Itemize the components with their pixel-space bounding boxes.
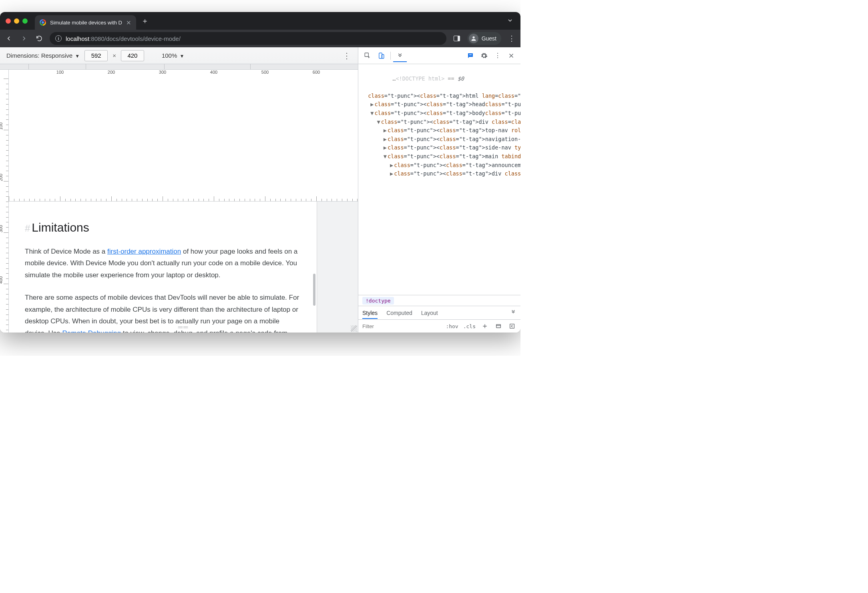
dimensions-dropdown[interactable]: Dimensions: Responsive ▼ bbox=[6, 52, 80, 59]
close-devtools-button[interactable] bbox=[505, 50, 517, 62]
back-button[interactable] bbox=[4, 34, 14, 43]
resize-handle-corner[interactable] bbox=[351, 325, 357, 332]
ruler-v-label: 200 bbox=[0, 174, 3, 181]
horizontal-ruler: 100200300400500600 bbox=[9, 70, 358, 202]
titlebar: Simulate mobile devices with D ✕ ＋ bbox=[0, 12, 520, 30]
url-bar[interactable]: i localhost:8080/docs/devtools/device-mo… bbox=[50, 32, 446, 45]
browser-window: Simulate mobile devices with D ✕ ＋ i loc… bbox=[0, 12, 520, 333]
close-tab-button[interactable]: ✕ bbox=[126, 20, 131, 26]
fullscreen-window-button[interactable] bbox=[22, 18, 28, 24]
dom-line[interactable]: ▶class="t-punc"><class="t-tag">headclass… bbox=[358, 100, 520, 109]
dom-line[interactable]: ▶class="t-punc"><class="t-tag">div class… bbox=[358, 169, 520, 178]
dom-line[interactable]: class="t-punc"><class="t-tag">html lang=… bbox=[358, 92, 520, 101]
viewport-wrap: 100200300400 100200300400500600 #Limitat… bbox=[0, 70, 358, 333]
chrome-menu-button[interactable]: ⋮ bbox=[507, 34, 516, 43]
caret-down-icon: ▼ bbox=[179, 53, 184, 59]
tab-search-button[interactable] bbox=[507, 17, 513, 25]
multiply-label: × bbox=[113, 52, 116, 59]
svg-point-0 bbox=[472, 36, 474, 38]
avatar-icon bbox=[469, 34, 478, 43]
vertical-ruler: 100200300400 bbox=[0, 70, 9, 333]
breadcrumb-doctype[interactable]: !doctype bbox=[362, 297, 394, 305]
height-input[interactable] bbox=[121, 50, 144, 61]
new-tab-button[interactable]: ＋ bbox=[139, 15, 151, 26]
window-controls bbox=[6, 18, 28, 24]
browser-tab[interactable]: Simulate mobile devices with D ✕ bbox=[35, 15, 136, 30]
site-info-icon[interactable]: i bbox=[55, 35, 62, 42]
more-subtabs-button[interactable] bbox=[510, 309, 516, 317]
toggle-rendering-button[interactable] bbox=[508, 322, 516, 331]
subtab-computed[interactable]: Computed bbox=[386, 307, 412, 319]
svg-rect-6 bbox=[510, 324, 514, 329]
ruler-h-label: 100 bbox=[56, 70, 64, 75]
styles-filter-input[interactable] bbox=[362, 323, 386, 329]
subtab-layout[interactable]: Layout bbox=[421, 307, 438, 319]
dimensions-label: Dimensions: Responsive bbox=[6, 52, 72, 59]
ruler-v-label: 400 bbox=[0, 276, 3, 284]
profile-chip[interactable]: Guest bbox=[467, 32, 501, 45]
profile-label: Guest bbox=[482, 35, 496, 42]
elements-breadcrumbs[interactable]: !doctype bbox=[358, 295, 520, 306]
reload-button[interactable] bbox=[34, 34, 44, 43]
page-heading: #Limitations bbox=[25, 221, 301, 234]
ruler-h-label: 200 bbox=[108, 70, 115, 75]
address-bar: i localhost:8080/docs/devtools/device-mo… bbox=[0, 30, 520, 47]
dom-line[interactable]: ▼class="t-punc"><class="t-tag">div class… bbox=[358, 118, 520, 127]
remote-debugging-link[interactable]: Remote Debugging bbox=[62, 329, 121, 333]
ruler-h-label: 400 bbox=[210, 70, 217, 75]
content-area: Dimensions: Responsive ▼ × 100% ▼ ⋮ bbox=[0, 47, 520, 333]
device-mode-pane: Dimensions: Responsive ▼ × 100% ▼ ⋮ bbox=[0, 47, 358, 333]
ruler-h-label: 600 bbox=[313, 70, 320, 75]
tab-title: Simulate mobile devices with D bbox=[50, 20, 122, 26]
hov-toggle[interactable]: :hov bbox=[446, 323, 458, 329]
breakpoint-strip[interactable] bbox=[0, 64, 358, 70]
dom-line[interactable]: ▼class="t-punc"><class="t-tag">bodyclass… bbox=[358, 109, 520, 118]
width-input[interactable] bbox=[84, 50, 108, 61]
more-tabs-button[interactable] bbox=[394, 50, 406, 62]
ruler-v-label: 300 bbox=[0, 225, 3, 232]
inspect-element-button[interactable] bbox=[362, 50, 374, 62]
new-style-rule-button[interactable] bbox=[480, 322, 489, 331]
device-toolbar-menu-button[interactable]: ⋮ bbox=[342, 51, 352, 61]
forward-button[interactable] bbox=[19, 34, 29, 43]
ruler-h-label: 500 bbox=[261, 70, 269, 75]
toggle-device-toolbar-button[interactable] bbox=[375, 50, 387, 62]
caret-down-icon: ▼ bbox=[75, 53, 80, 59]
ruler-v-label: 100 bbox=[0, 123, 3, 130]
subtab-styles[interactable]: Styles bbox=[362, 307, 378, 319]
scrollbar-thumb[interactable] bbox=[313, 274, 315, 306]
first-order-link[interactable]: first-order approximation bbox=[107, 248, 181, 255]
devtools-menu-button[interactable]: ⋮ bbox=[492, 50, 504, 62]
url-text: localhost:8080/docs/devtools/device-mode… bbox=[66, 35, 181, 42]
styles-subtabs: Styles Computed Layout bbox=[358, 306, 520, 320]
elements-dom-tree[interactable]: …<!DOCTYPE html>== $0 class="t-punc"><cl… bbox=[358, 64, 520, 295]
page-canvas: #Limitations Think of Device Mode as a f… bbox=[9, 202, 358, 333]
minimize-window-button[interactable] bbox=[14, 18, 19, 24]
paragraph-2: There are some aspects of mobile devices… bbox=[25, 292, 301, 333]
dom-doctype-line[interactable]: …<!DOCTYPE html>== $0 bbox=[358, 66, 520, 92]
devtools-toolbar: ⋮ bbox=[358, 47, 520, 64]
devtools-panel: ⋮ …<!DOCTYPE html>== $0 class="t-punc"><… bbox=[358, 47, 520, 333]
issues-button[interactable] bbox=[464, 50, 476, 62]
side-panel-icon bbox=[454, 36, 460, 41]
dom-line[interactable]: ▶class="t-punc"><class="t-tag">navigatio… bbox=[358, 135, 520, 144]
zoom-dropdown[interactable]: 100% ▼ bbox=[162, 52, 184, 59]
zoom-label: 100% bbox=[162, 52, 177, 59]
resize-handle-bottom[interactable]: ══ bbox=[178, 324, 189, 331]
dom-line[interactable]: ▶class="t-punc"><class="t-tag">announcem… bbox=[358, 161, 520, 170]
svg-rect-5 bbox=[496, 325, 501, 328]
device-toolbar: Dimensions: Responsive ▼ × 100% ▼ ⋮ bbox=[0, 47, 358, 64]
settings-button[interactable] bbox=[478, 50, 490, 62]
cls-toggle[interactable]: .cls bbox=[463, 323, 476, 329]
chrome-favicon-icon bbox=[40, 19, 46, 26]
paragraph-1: Think of Device Mode as a first-order ap… bbox=[25, 246, 301, 281]
side-panel-button[interactable] bbox=[452, 34, 462, 43]
dom-line[interactable]: ▶class="t-punc"><class="t-tag">top-nav r… bbox=[358, 126, 520, 135]
close-window-button[interactable] bbox=[6, 18, 11, 24]
svg-rect-4 bbox=[469, 54, 472, 55]
dom-line[interactable]: ▶class="t-punc"><class="t-tag">side-nav … bbox=[358, 143, 520, 152]
simulated-page[interactable]: #Limitations Think of Device Mode as a f… bbox=[9, 202, 317, 333]
hash-icon: # bbox=[25, 223, 30, 234]
computed-styles-sidebar-button[interactable] bbox=[494, 322, 503, 331]
dom-line[interactable]: ▼class="t-punc"><class="t-tag">main tabi… bbox=[358, 152, 520, 161]
